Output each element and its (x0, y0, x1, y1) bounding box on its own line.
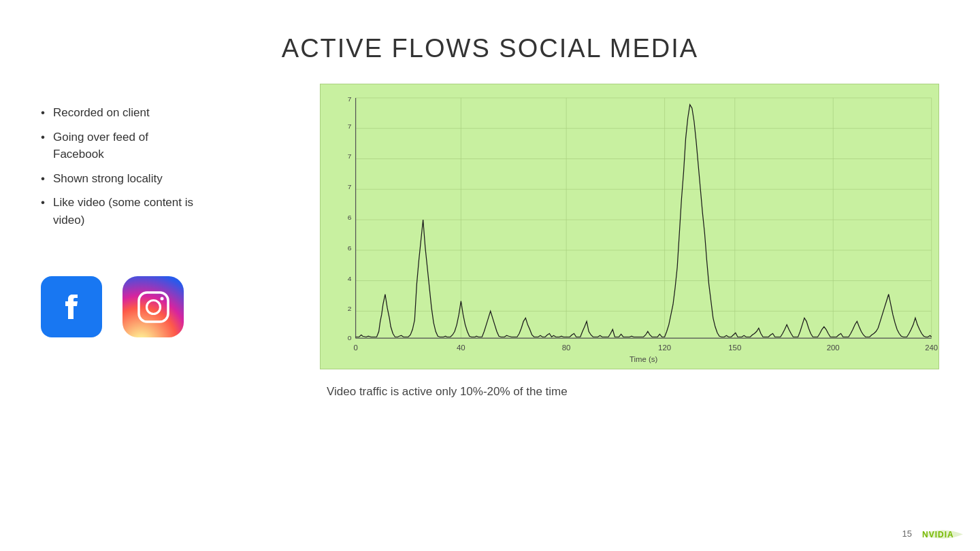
svg-text:6: 6 (348, 214, 352, 221)
facebook-logo (41, 276, 102, 337)
traffic-chart: 0 40 80 120 150 200 240 Time (s) 0 2 4 6… (321, 84, 938, 369)
right-panel: 0 40 80 120 150 200 240 Time (s) 0 2 4 6… (320, 84, 939, 401)
instagram-icon (135, 288, 172, 326)
svg-text:150: 150 (728, 344, 741, 352)
bullet-1: Recorded on client (41, 104, 299, 122)
bullet-list: Recorded on client Going over feed ofFac… (41, 104, 299, 235)
slide-title: ACTIVE FLOWS SOCIAL MEDIA (41, 34, 939, 63)
svg-text:NVIDIA: NVIDIA (922, 530, 954, 539)
svg-text:7: 7 (348, 153, 352, 161)
instagram-logo (122, 276, 184, 337)
svg-text:200: 200 (827, 344, 840, 352)
svg-text:240: 240 (925, 344, 938, 352)
svg-text:40: 40 (457, 344, 466, 352)
svg-rect-0 (139, 293, 168, 322)
bullet-3: Shown strong locality (41, 170, 299, 188)
svg-point-2 (160, 297, 163, 300)
svg-text:120: 120 (658, 344, 671, 352)
svg-text:2: 2 (348, 305, 352, 313)
svg-text:0: 0 (353, 344, 357, 352)
svg-text:7: 7 (348, 95, 352, 103)
facebook-icon (51, 286, 92, 327)
chart-caption: Video traffic is active only 10%-20% of … (320, 383, 939, 401)
svg-text:80: 80 (562, 344, 571, 352)
svg-text:6: 6 (348, 244, 352, 252)
svg-text:4: 4 (348, 275, 352, 282)
nvidia-icon: NVIDIA (919, 526, 966, 543)
content-area: Recorded on client Going over feed ofFac… (41, 84, 939, 401)
svg-text:7: 7 (348, 183, 352, 190)
slide: ACTIVE FLOWS SOCIAL MEDIA Recorded on cl… (0, 0, 980, 551)
bullet-2: Going over feed ofFacebook (41, 129, 299, 163)
logos-row (41, 276, 299, 337)
svg-text:Time (s): Time (s) (630, 355, 657, 363)
svg-text:0: 0 (348, 334, 352, 341)
bullet-4: Like video (some content isvideo) (41, 194, 299, 229)
nvidia-logo: NVIDIA (919, 526, 966, 543)
svg-point-1 (146, 300, 160, 314)
svg-text:7: 7 (348, 122, 352, 130)
left-panel: Recorded on client Going over feed ofFac… (41, 84, 299, 401)
page-number: 15 (902, 529, 912, 539)
chart-container: 0 40 80 120 150 200 240 Time (s) 0 2 4 6… (320, 84, 939, 369)
